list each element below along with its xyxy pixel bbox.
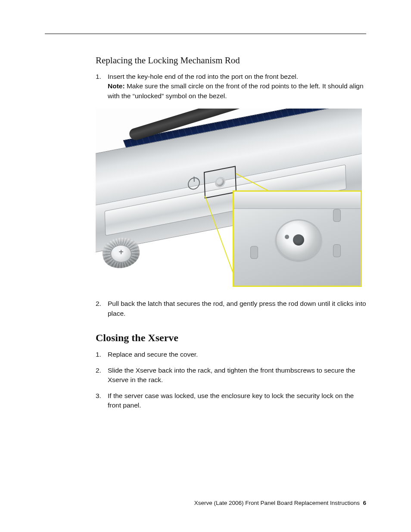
list-item: 3. If the server case was locked, use th… bbox=[96, 391, 366, 411]
note-text: Make sure the small circle on the front … bbox=[108, 82, 364, 99]
lock-keyhole-icon bbox=[216, 178, 224, 187]
list-item: 2. Pull back the latch that secures the … bbox=[96, 299, 366, 318]
top-rule bbox=[45, 34, 366, 34]
step-number: 2. bbox=[96, 366, 108, 385]
steps-list-1b: 2. Pull back the latch that secures the … bbox=[96, 299, 366, 318]
page: Replacing the Locking Mechanism Rod 1. I… bbox=[0, 0, 411, 532]
step-text: Replace and secure the cover. bbox=[108, 351, 198, 358]
list-item: 2. Slide the Xserve back into the rack, … bbox=[96, 366, 366, 385]
thumbscrew-icon bbox=[103, 238, 140, 279]
step-text: Slide the Xserve back into the rack, and… bbox=[108, 367, 355, 383]
step-text: Pull back the latch that secures the rod… bbox=[108, 300, 366, 317]
step-body: Pull back the latch that secures the rod… bbox=[108, 299, 366, 318]
step-body: If the server case was locked, use the e… bbox=[108, 391, 366, 411]
figure-xserve-lock-rod bbox=[96, 109, 362, 287]
step-number: 2. bbox=[96, 299, 108, 318]
page-number: 6 bbox=[363, 500, 366, 506]
step-body: Replace and secure the cover. bbox=[108, 350, 366, 359]
step-body: Slide the Xserve back into the rack, and… bbox=[108, 366, 366, 385]
inset-top-edge bbox=[234, 192, 361, 209]
footer-text: Xserve (Late 2006) Front Panel Board Rep… bbox=[194, 500, 360, 506]
step-text: If the server case was locked, use the e… bbox=[108, 392, 354, 409]
steps-list-1a: 1. Insert the key-hole end of the rod in… bbox=[96, 72, 366, 101]
page-footer: Xserve (Late 2006) Front Panel Board Rep… bbox=[45, 500, 366, 506]
step-body: Insert the key-hole end of the rod into … bbox=[108, 72, 366, 101]
steps-list-2: 1. Replace and secure the cover. 2. Slid… bbox=[96, 350, 366, 410]
step-number: 1. bbox=[96, 350, 108, 359]
lock-symbol-icon bbox=[333, 244, 341, 257]
lock-symbol-icon bbox=[333, 209, 341, 222]
list-item: 1. Replace and secure the cover. bbox=[96, 350, 366, 359]
zoom-inset bbox=[233, 190, 362, 287]
section-heading: Closing the Xserve bbox=[96, 332, 366, 344]
step-text: Insert the key-hole end of the rod into … bbox=[108, 73, 298, 80]
step-number: 1. bbox=[96, 72, 108, 101]
unlock-symbol-icon bbox=[250, 246, 258, 259]
section-subhead: Replacing the Locking Mechanism Rod bbox=[96, 55, 366, 66]
note-label: Note: bbox=[108, 82, 125, 90]
content-column: Replacing the Locking Mechanism Rod 1. I… bbox=[96, 55, 366, 418]
lock-ring-icon bbox=[275, 219, 322, 261]
step-number: 3. bbox=[96, 391, 108, 411]
list-item: 1. Insert the key-hole end of the rod in… bbox=[96, 72, 366, 101]
